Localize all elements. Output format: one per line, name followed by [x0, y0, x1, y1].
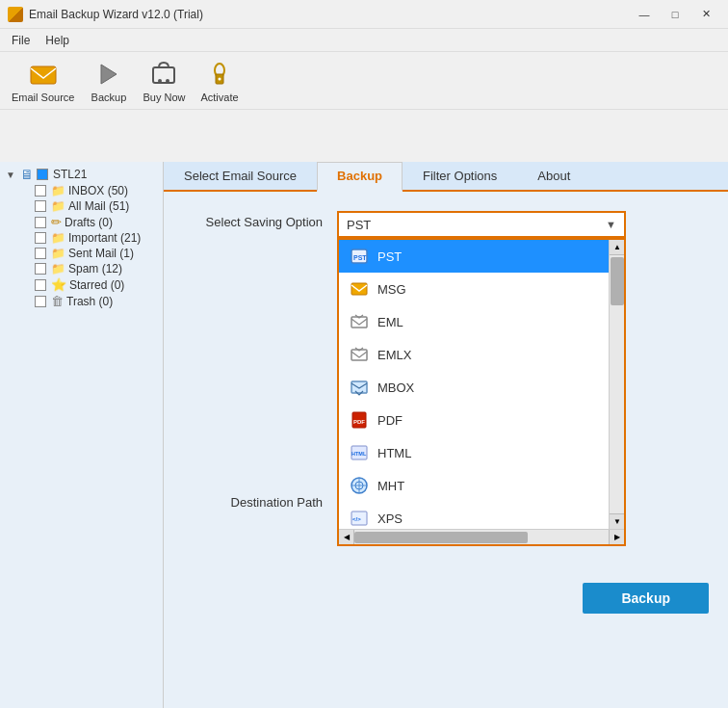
- checkbox-spam[interactable]: [35, 263, 46, 275]
- email-source-icon: [28, 59, 59, 90]
- checkbox-drafts[interactable]: [35, 217, 46, 228]
- email-source-label: Email Source: [12, 92, 74, 103]
- checkbox-trash[interactable]: [35, 296, 46, 307]
- option-mbox[interactable]: MBOX: [339, 371, 609, 404]
- msg-icon: [349, 278, 370, 300]
- option-msg[interactable]: MSG: [339, 273, 609, 305]
- option-mbox-label: MBOX: [377, 380, 414, 395]
- backup-toolbar-label: Backup: [91, 92, 127, 103]
- tree-item-sentmail[interactable]: 📁 Sent Mail (1): [19, 246, 159, 261]
- svg-marker-1: [101, 65, 117, 84]
- backup-action-button[interactable]: Backup: [583, 583, 709, 614]
- menubar: File Help: [0, 29, 728, 52]
- svg-text:PDF: PDF: [353, 419, 365, 425]
- checkbox-important[interactable]: [35, 232, 46, 244]
- buy-now-icon: [148, 59, 179, 90]
- format-dropdown[interactable]: PST ▼: [337, 211, 626, 238]
- tree-item-inbox[interactable]: 📁 INBOX (50): [19, 183, 159, 198]
- tab-bar: Select Email Source Backup Filter Option…: [164, 162, 728, 192]
- hscroll-left-btn[interactable]: ◀: [339, 530, 354, 545]
- svg-point-7: [219, 77, 221, 80]
- buy-now-button[interactable]: Buy Now: [135, 55, 193, 107]
- tree-item-important[interactable]: 📁 Important (21): [19, 230, 159, 246]
- menu-file[interactable]: File: [4, 32, 38, 49]
- tree-item-starred[interactable]: ⭐ Starred (0): [19, 276, 159, 293]
- tree-label-allmail: All Mail (51): [68, 199, 129, 213]
- folder-icon-inbox: 📁: [51, 184, 65, 197]
- tree-item-spam[interactable]: 📁 Spam (12): [19, 261, 159, 276]
- tree-item-drafts[interactable]: ✏ Drafts (0): [19, 214, 159, 230]
- app-icon: [8, 7, 23, 22]
- option-mht[interactable]: MHT: [339, 469, 609, 502]
- saving-option-row: Select Saving Option PST ▼: [183, 211, 709, 238]
- destination-label: Destination Path: [183, 495, 337, 510]
- maximize-button[interactable]: □: [661, 5, 689, 24]
- option-msg-label: MSG: [377, 282, 406, 297]
- option-pdf[interactable]: PDF PDF: [339, 404, 609, 436]
- svg-text:HTML: HTML: [351, 451, 367, 457]
- tab-select-email-source[interactable]: Select Email Source: [164, 162, 317, 190]
- vscrollbar: ▲ ▼: [609, 240, 624, 529]
- option-eml[interactable]: EML: [339, 305, 609, 338]
- hscroll-thumb: [354, 532, 528, 543]
- drafts-icon: ✏: [51, 215, 62, 229]
- titlebar-controls: — □ ✕: [630, 5, 720, 24]
- email-source-button[interactable]: Email Source: [4, 55, 82, 107]
- tab-filter-options[interactable]: Filter Options: [403, 162, 517, 190]
- tree-children: 📁 INBOX (50) 📁 All Mail (51) ✏ Drafts (0…: [4, 183, 159, 309]
- scroll-down-btn[interactable]: ▼: [610, 513, 625, 529]
- menu-help[interactable]: Help: [38, 32, 77, 49]
- option-emlx[interactable]: EMLX: [339, 338, 609, 371]
- option-pst-label: PST: [377, 249, 402, 264]
- hscroll-track: [354, 530, 609, 545]
- tree-toggle-root[interactable]: ▼: [6, 170, 17, 180]
- checkbox-root[interactable]: [37, 169, 48, 180]
- checkbox-allmail[interactable]: [35, 200, 46, 212]
- toolbar: Email Source Backup Buy Now Activate: [0, 52, 728, 110]
- emlx-icon: [349, 344, 370, 365]
- panel-content: Select Saving Option PST ▼: [164, 192, 728, 554]
- starred-icon: ⭐: [51, 277, 66, 292]
- option-emlx-label: EMLX: [377, 348, 411, 362]
- tree-item-allmail[interactable]: 📁 All Mail (51): [19, 198, 159, 214]
- svg-text:</>: </>: [352, 516, 361, 522]
- titlebar-left: Email Backup Wizard v12.0 (Trial): [8, 7, 203, 22]
- scroll-up-btn[interactable]: ▲: [610, 240, 625, 255]
- option-pst[interactable]: PST PST: [339, 240, 609, 273]
- option-html-label: HTML: [377, 446, 411, 460]
- format-dropdown-wrapper: PST ▼ PST PST: [337, 211, 626, 238]
- checkbox-starred[interactable]: [35, 279, 46, 291]
- svg-rect-2: [153, 67, 174, 83]
- tree-item-trash[interactable]: 🗑 Trash (0): [19, 293, 159, 309]
- tree-label-drafts: Drafts (0): [65, 216, 113, 229]
- tree-label-spam: Spam (12): [68, 262, 122, 275]
- backup-toolbar-button[interactable]: Backup: [82, 55, 135, 107]
- buy-now-label: Buy Now: [143, 92, 185, 103]
- activate-button[interactable]: Activate: [193, 55, 246, 107]
- checkbox-inbox[interactable]: [35, 185, 46, 197]
- backup-button-row: Backup: [164, 573, 728, 623]
- svg-rect-0: [31, 66, 56, 84]
- tree-root[interactable]: ▼ 🖥 STL21: [4, 166, 159, 183]
- svg-point-4: [166, 79, 169, 83]
- minimize-button[interactable]: —: [630, 5, 659, 24]
- mbox-icon: [349, 377, 370, 398]
- tab-about[interactable]: About: [517, 162, 590, 190]
- scroll-track: [610, 255, 624, 513]
- folder-icon-sentmail: 📁: [51, 247, 65, 260]
- titlebar: Email Backup Wizard v12.0 (Trial) — □ ✕: [0, 0, 728, 29]
- main-panel: Select Email Source Backup Filter Option…: [164, 162, 728, 708]
- tree-label-sentmail: Sent Mail (1): [68, 247, 134, 260]
- hscroll-right-btn[interactable]: ▶: [609, 530, 624, 545]
- close-button[interactable]: ✕: [691, 5, 720, 24]
- format-options: PST PST MSG: [339, 240, 609, 529]
- sidebar-tree: ▼ 🖥 STL21 📁 INBOX (50) 📁 All Mail (51) ✏…: [0, 162, 164, 708]
- option-eml-label: EML: [377, 315, 403, 329]
- checkbox-sentmail[interactable]: [35, 248, 46, 259]
- option-html[interactable]: HTML HTML: [339, 436, 609, 469]
- tab-backup[interactable]: Backup: [317, 162, 403, 192]
- svg-rect-13: [351, 381, 367, 393]
- backup-icon: [93, 59, 124, 90]
- window-title: Email Backup Wizard v12.0 (Trial): [29, 8, 203, 21]
- option-xps[interactable]: </> XPS: [339, 502, 609, 529]
